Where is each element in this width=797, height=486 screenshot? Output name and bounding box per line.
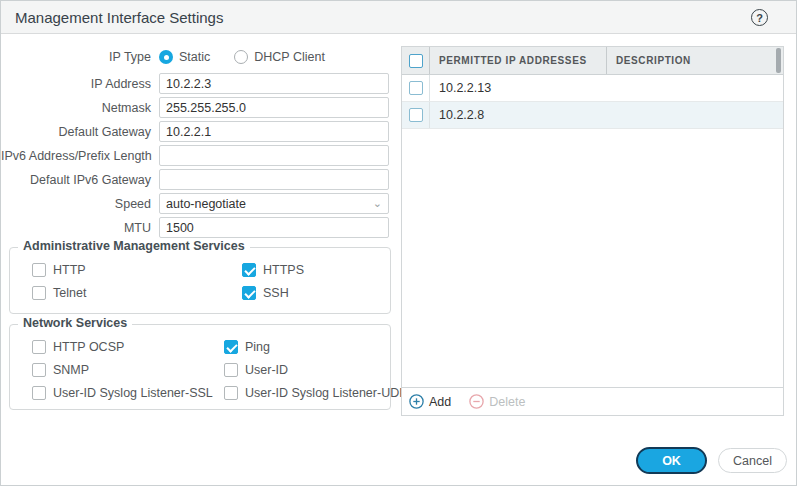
service-snmp[interactable]: SNMP: [32, 363, 224, 377]
user-id-checkbox[interactable]: [224, 363, 238, 377]
http-ocsp-checkbox-label: HTTP OCSP: [53, 340, 124, 354]
telnet-checkbox[interactable]: [32, 286, 46, 300]
column-header-permitted-ip: PERMITTED IP ADDRESSES: [430, 47, 607, 74]
ip-type-label: IP Type: [1, 50, 159, 64]
ip-address-field[interactable]: [159, 73, 389, 94]
admin-services-legend: Administrative Management Services: [18, 239, 250, 253]
admin-services-grid: HTTPHTTPSTelnetSSH: [10, 248, 390, 300]
form-row-speed: Speedauto-negotiate⌄: [1, 193, 389, 214]
row-checkbox-cell: [402, 102, 430, 128]
delete-button[interactable]: Delete: [469, 394, 525, 409]
ok-button[interactable]: OK: [636, 447, 707, 474]
user-id-syslog-listener-udp-checkbox-label: User-ID Syslog Listener-UDP: [245, 386, 408, 400]
radio-option-static[interactable]: Static: [159, 50, 210, 64]
table-row-10-2-2-8[interactable]: 10.2.2.8: [402, 102, 783, 129]
service-user-id-syslog-listener-udp[interactable]: User-ID Syslog Listener-UDP: [224, 386, 408, 400]
dialog-title: Management Interface Settings: [15, 9, 223, 26]
ip-address-label: IP Address: [1, 77, 159, 91]
permitted-ip-cell: 10.2.2.13: [430, 81, 607, 95]
admin-services-fieldset: Administrative Management Services HTTPH…: [9, 247, 391, 314]
radio-unselected-icon[interactable]: [234, 50, 248, 64]
table-actions-bar: Add Delete: [402, 387, 783, 415]
service-user-id-syslog-listener-ssl[interactable]: User-ID Syslog Listener-SSL: [32, 386, 224, 400]
form-row-ipv6-address-prefix-length: IPv6 Address/Prefix Length: [1, 145, 389, 166]
add-circle-plus-icon: [409, 394, 424, 409]
table-row-10-2-2-13[interactable]: 10.2.2.13: [402, 75, 783, 102]
user-id-syslog-listener-ssl-checkbox-label: User-ID Syslog Listener-SSL: [53, 386, 213, 400]
table-body: 10.2.2.1310.2.2.8: [402, 75, 783, 129]
form-row-default-ipv6-gateway: Default IPv6 Gateway: [1, 169, 389, 190]
radio-option-dhcp-client[interactable]: DHCP Client: [234, 50, 325, 64]
ip-type-radio-group: StaticDHCP Client: [159, 50, 325, 64]
ssh-checkbox-label: SSH: [263, 286, 289, 300]
ipv6-address-prefix-length-label: IPv6 Address/Prefix Length: [1, 149, 159, 163]
service-user-id[interactable]: User-ID: [224, 363, 408, 377]
management-interface-settings-dialog: Management Interface Settings ? IP Type …: [0, 0, 797, 486]
netmask-label: Netmask: [1, 101, 159, 115]
default-ipv6-gateway-field[interactable]: [159, 169, 389, 190]
form-row-default-gateway: Default Gateway: [1, 121, 389, 142]
user-id-checkbox-label: User-ID: [245, 363, 288, 377]
http-ocsp-checkbox[interactable]: [32, 340, 46, 354]
user-id-syslog-listener-ssl-checkbox[interactable]: [32, 386, 46, 400]
add-button[interactable]: Add: [409, 394, 451, 409]
table-header-row: PERMITTED IP ADDRESSES DESCRIPTION: [402, 47, 783, 75]
ipv6-address-prefix-length-field[interactable]: [159, 145, 389, 166]
service-ssh[interactable]: SSH: [242, 286, 390, 300]
form-row-mtu: MTU: [1, 217, 389, 238]
select-all-cell: [402, 47, 430, 74]
add-button-label: Add: [429, 395, 451, 409]
service-https[interactable]: HTTPS: [242, 263, 390, 277]
default-gateway-label: Default Gateway: [1, 125, 159, 139]
mtu-field[interactable]: [159, 217, 389, 238]
service-http[interactable]: HTTP: [32, 263, 242, 277]
network-services-fieldset: Network Services HTTP OCSPPingSNMPUser-I…: [9, 324, 391, 410]
row-checkbox[interactable]: [409, 108, 423, 122]
default-ipv6-gateway-label: Default IPv6 Gateway: [1, 173, 159, 187]
https-checkbox-label: HTTPS: [263, 263, 304, 277]
form-row-ip-address: IP Address: [1, 73, 389, 94]
service-telnet[interactable]: Telnet: [32, 286, 242, 300]
radio-option-label: Static: [179, 50, 210, 64]
network-services-legend: Network Services: [18, 316, 132, 330]
speed-selected-value: auto-negotiate: [166, 197, 246, 211]
speed-label: Speed: [1, 197, 159, 211]
snmp-checkbox-label: SNMP: [53, 363, 89, 377]
ping-checkbox[interactable]: [224, 340, 238, 354]
http-checkbox-label: HTTP: [53, 263, 86, 277]
table-scrollbar-thumb[interactable]: [776, 48, 781, 73]
permitted-ip-cell: 10.2.2.8: [430, 108, 607, 122]
ip-type-row: IP Type StaticDHCP Client: [1, 50, 325, 64]
ssh-checkbox[interactable]: [242, 286, 256, 300]
service-ping[interactable]: Ping: [224, 340, 408, 354]
form-row-netmask: Netmask: [1, 97, 389, 118]
mtu-label: MTU: [1, 221, 159, 235]
cancel-button[interactable]: Cancel: [718, 448, 787, 473]
select-all-checkbox[interactable]: [409, 54, 423, 68]
http-checkbox[interactable]: [32, 263, 46, 277]
row-checkbox-cell: [402, 75, 430, 101]
column-header-description: DESCRIPTION: [607, 47, 783, 74]
chevron-down-icon: ⌄: [373, 198, 382, 209]
default-gateway-field[interactable]: [159, 121, 389, 142]
telnet-checkbox-label: Telnet: [53, 286, 86, 300]
radio-option-label: DHCP Client: [254, 50, 325, 64]
permitted-ip-table: PERMITTED IP ADDRESSES DESCRIPTION 10.2.…: [401, 46, 784, 416]
help-icon[interactable]: ?: [751, 9, 768, 26]
delete-circle-minus-icon: [469, 394, 484, 409]
ping-checkbox-label: Ping: [245, 340, 270, 354]
service-http-ocsp[interactable]: HTTP OCSP: [32, 340, 224, 354]
snmp-checkbox[interactable]: [32, 363, 46, 377]
https-checkbox[interactable]: [242, 263, 256, 277]
delete-button-label: Delete: [489, 395, 525, 409]
dialog-titlebar: Management Interface Settings: [1, 1, 796, 34]
row-checkbox[interactable]: [409, 81, 423, 95]
speed-select[interactable]: auto-negotiate⌄: [159, 193, 389, 214]
user-id-syslog-listener-udp-checkbox[interactable]: [224, 386, 238, 400]
radio-selected-icon[interactable]: [159, 50, 173, 64]
network-services-grid: HTTP OCSPPingSNMPUser-IDUser-ID Syslog L…: [10, 325, 390, 400]
netmask-field[interactable]: [159, 97, 389, 118]
